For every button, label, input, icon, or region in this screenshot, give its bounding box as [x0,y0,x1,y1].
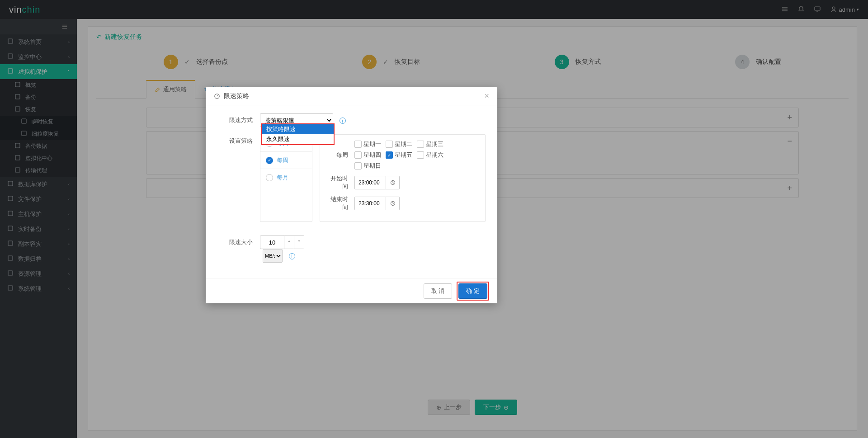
clock-icon[interactable] [386,176,400,189]
speed-value-input[interactable] [260,235,284,249]
day-item[interactable]: 星期日 [354,162,381,170]
detail-column: 每周 星期一星期二星期三星期四星期五星期六星期日 开始时间 结束时间 [320,134,486,222]
day-item[interactable]: 星期六 [417,151,443,159]
day-label: 星期日 [363,162,381,170]
day-item[interactable]: 星期五 [386,151,412,159]
speed-spinner: ˄ ˅ [260,235,486,249]
checkbox-icon [354,162,362,170]
size-label: 限速大小 [206,235,260,246]
checkbox-icon [417,141,424,148]
day-item[interactable]: 星期一 [354,140,381,148]
svg-line-35 [393,203,394,204]
day-item[interactable]: 星期四 [354,151,381,159]
speed-unit-select[interactable]: MB/s [263,249,283,263]
day-item[interactable]: 星期二 [386,140,412,148]
policy-control: 每天 每周 每月 每周 星期一星期二星期三星期四星期五星期六星期日 [260,134,486,222]
speed-up-button[interactable]: ˄ [284,235,294,249]
days-wrap: 星期一星期二星期三星期四星期五星期六星期日 [354,140,478,170]
day-item[interactable]: 星期三 [417,140,443,148]
ok-button[interactable]: 确 定 [458,283,487,299]
end-time-row: 结束时间 [327,195,478,212]
svg-line-29 [217,95,218,96]
method-dropdown-list: 按策略限速永久限速 [261,123,335,145]
start-label: 开始时间 [327,174,354,191]
radio-icon [266,174,273,181]
freq-weekly[interactable]: 每周 [260,152,312,169]
weekly-label: 每周 [327,151,354,159]
svg-line-32 [393,183,394,184]
close-icon[interactable]: × [484,91,489,101]
gauge-icon [214,93,220,99]
modal-title: 限速策略 [224,92,249,100]
modal-footer: 取 消 确 定 [206,278,497,303]
freq-monthly-label: 每月 [277,174,288,182]
frequency-column: 每天 每周 每月 [260,134,312,222]
day-label: 星期二 [395,140,412,148]
row-size: 限速大小 ˄ ˅ MB/s i [206,235,486,263]
cancel-button[interactable]: 取 消 [424,283,453,299]
checkbox-icon [386,151,393,159]
end-label: 结束时间 [327,195,354,212]
dropdown-option[interactable]: 按策略限速 [262,124,334,134]
modal-header: 限速策略 × [206,87,497,105]
checkbox-icon [354,141,362,148]
freq-weekly-label: 每周 [277,156,288,165]
checkbox-icon [354,151,362,159]
modal-body: 限速方式 按策略限速 i 设置策略 每天 每周 [206,105,497,278]
day-label: 星期六 [426,151,443,159]
radio-icon [266,157,273,164]
day-label: 星期一 [363,140,381,148]
dropdown-option[interactable]: 永久限速 [262,134,334,144]
info-icon[interactable]: i [289,253,295,259]
clock-icon[interactable] [386,197,400,210]
freq-monthly[interactable]: 每月 [260,169,312,186]
method-label: 限速方式 [206,113,260,124]
speed-limit-modal: 限速策略 × 限速方式 按策略限速 i 设置策略 每天 [206,87,497,303]
end-time-input[interactable] [354,197,386,210]
start-time-row: 开始时间 [327,174,478,191]
checkbox-icon [386,141,393,148]
days-row: 每周 星期一星期二星期三星期四星期五星期六星期日 [327,140,478,170]
size-control: ˄ ˅ MB/s i [260,235,486,263]
checkbox-icon [417,151,424,159]
day-label: 星期五 [395,151,412,159]
speed-down-button[interactable]: ˅ [294,235,304,249]
ok-highlight: 确 定 [457,282,489,301]
row-policy: 设置策略 每天 每周 每月 [206,134,486,222]
info-icon[interactable]: i [340,118,346,124]
row-method: 限速方式 按策略限速 i [206,113,486,127]
day-label: 星期四 [363,151,381,159]
day-label: 星期三 [426,140,443,148]
start-time-input[interactable] [354,176,386,189]
policy-label: 设置策略 [206,134,260,145]
